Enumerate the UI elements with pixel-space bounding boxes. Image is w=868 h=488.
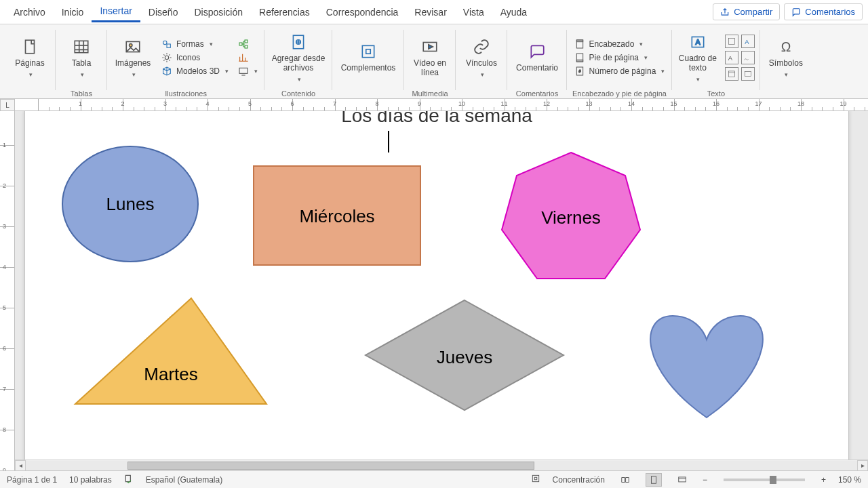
datetime-button[interactable] <box>725 67 738 81</box>
formas-button[interactable]: Formas▾ <box>160 38 230 50</box>
page[interactable]: Los días de la semana Lunes Miércoles Vi… <box>24 111 849 461</box>
svg-rect-17 <box>576 40 583 42</box>
shape-miercoles[interactable]: Miércoles <box>252 165 422 266</box>
svg-text:A: A <box>745 39 749 45</box>
object-icon <box>743 69 753 79</box>
zoom-knob[interactable] <box>770 476 776 484</box>
chart-icon <box>238 52 249 63</box>
numero-button[interactable]: #Número de página▾ <box>573 65 667 77</box>
zoom-in-button[interactable]: + <box>821 475 826 485</box>
ruler-corner[interactable]: L <box>0 99 15 111</box>
tabla-button[interactable]: Tabla▾ <box>61 37 102 78</box>
tab-correspondencia[interactable]: Correspondencia <box>318 3 407 22</box>
svg-rect-13 <box>362 45 374 57</box>
screenshot-icon <box>238 66 249 77</box>
horizontal-scrollbar[interactable]: ◂ ▸ <box>15 460 868 470</box>
svg-rect-0 <box>26 40 35 54</box>
smartart-button[interactable] <box>237 38 259 50</box>
group-vinculos: Vínculos▾ . <box>456 27 507 98</box>
comments-button[interactable]: Comentarios <box>784 3 863 20</box>
signature-button[interactable] <box>741 51 755 64</box>
numero-label: Número de página <box>589 66 656 76</box>
iconos-label: Iconos <box>176 53 200 62</box>
quickparts-button[interactable] <box>725 35 738 48</box>
group-ilustraciones: Imágenes▾ Formas▾ Iconos Modelos 3D▾ <box>107 27 264 98</box>
tab-inicio[interactable]: Inicio <box>54 3 92 22</box>
scroll-thumb[interactable] <box>127 462 534 470</box>
view-web-button[interactable] <box>674 473 690 487</box>
view-read-button[interactable] <box>617 473 633 487</box>
modelos3d-button[interactable]: Modelos 3D▾ <box>160 65 230 77</box>
zoom-out-button[interactable]: − <box>703 475 707 485</box>
status-lang[interactable]: Español (Guatemala) <box>146 475 222 485</box>
zoom-level[interactable]: 150 % <box>838 475 861 485</box>
shape-martes-label: Martes <box>144 364 197 384</box>
smartart-icon <box>238 39 249 49</box>
view-print-button[interactable] <box>646 473 662 487</box>
shape-jueves[interactable]: Jueves <box>363 298 566 413</box>
signature-icon <box>743 53 753 62</box>
screenshot-button[interactable]: ▾ <box>237 65 259 77</box>
group-comentarios-label: Comentarios <box>516 88 558 98</box>
comments-label: Comentarios <box>805 7 855 17</box>
video-label: Vídeo en línea <box>410 59 450 78</box>
complementos-button[interactable]: Complementos <box>338 42 399 73</box>
chart-button[interactable] <box>237 52 259 64</box>
group-multimedia: Vídeo en línea Multimedia <box>404 27 456 98</box>
vinculos-button[interactable]: Vínculos▾ <box>461 37 502 78</box>
scroll-left-arrow[interactable]: ◂ <box>15 460 26 471</box>
tab-vista[interactable]: Vista <box>455 3 492 22</box>
shape-viernes[interactable]: Viernes <box>496 148 646 284</box>
group-tablas: Tabla▾ Tablas <box>56 27 107 98</box>
shape-jueves-label: Jueves <box>437 347 492 367</box>
pie-button[interactable]: Pie de página▾ <box>573 52 667 64</box>
shape-martes[interactable]: Martes <box>73 296 269 407</box>
share-button[interactable]: Compartir <box>713 3 780 20</box>
svg-rect-36 <box>532 475 538 481</box>
tab-insertar[interactable]: Insertar <box>92 1 140 22</box>
imagenes-label: Imágenes <box>115 59 151 68</box>
svg-rect-9 <box>245 45 248 48</box>
tab-revisar[interactable]: Revisar <box>406 3 454 22</box>
encabezado-button[interactable]: Encabezado▾ <box>573 38 667 50</box>
shape-lunes-label: Lunes <box>106 194 155 214</box>
comentario-button[interactable]: Comentario <box>513 42 561 73</box>
tab-archivo[interactable]: Archivo <box>5 3 54 22</box>
status-page[interactable]: Página 1 de 1 <box>7 475 57 485</box>
svg-rect-19 <box>576 60 583 62</box>
ribbon: Páginas▾ . Tabla▾ Tablas Imágenes▾ Forma… <box>0 24 868 99</box>
shape-lunes[interactable]: Lunes <box>59 143 201 265</box>
simbolos-button[interactable]: Ω Símbolos▾ <box>766 37 806 78</box>
cuadrotexto-label: Cuadro de texto <box>677 54 718 73</box>
modelos3d-label: Modelos 3D <box>176 66 220 76</box>
svg-rect-39 <box>679 476 686 481</box>
paginas-button[interactable]: Páginas▾ <box>9 37 50 78</box>
wordart-icon: A <box>743 37 753 46</box>
ruler-vertical[interactable]: 123456789 <box>0 111 15 470</box>
status-words[interactable]: 10 palabras <box>69 475 112 485</box>
tab-diseno[interactable]: Diseño <box>140 3 186 22</box>
dropcap-button[interactable]: A <box>725 51 738 64</box>
agregar-button[interactable]: Agregar desde archivos▾ <box>270 33 327 83</box>
video-button[interactable]: Vídeo en línea <box>410 37 450 78</box>
cuadrotexto-button[interactable]: A Cuadro de texto▾ <box>677 33 718 83</box>
document-canvas[interactable]: Los días de la semana Lunes Miércoles Vi… <box>15 111 868 470</box>
iconos-button[interactable]: Iconos <box>160 52 230 64</box>
object-button[interactable] <box>741 67 755 81</box>
newcomment-icon <box>528 42 547 61</box>
tab-disposicion[interactable]: Disposición <box>186 3 251 22</box>
shape-heart[interactable] <box>625 302 788 421</box>
agregar-label: Agregar desde archivos <box>270 54 327 73</box>
tab-referencias[interactable]: Referencias <box>251 3 318 22</box>
wordart-button[interactable]: A <box>741 35 755 48</box>
status-focus[interactable]: Concentración <box>553 475 605 485</box>
imagenes-button[interactable]: Imágenes▾ <box>113 37 153 78</box>
spellcheck-icon[interactable] <box>124 474 134 485</box>
ruler-horizontal[interactable]: L 1234567891011121314151617181920 <box>0 99 868 111</box>
scroll-right-arrow[interactable]: ▸ <box>857 460 868 471</box>
document-title: Los días de la semana <box>25 111 848 127</box>
link-icon <box>472 37 491 56</box>
scroll-track[interactable] <box>26 461 857 470</box>
zoom-slider[interactable] <box>724 479 805 481</box>
tab-ayuda[interactable]: Ayuda <box>492 3 535 22</box>
